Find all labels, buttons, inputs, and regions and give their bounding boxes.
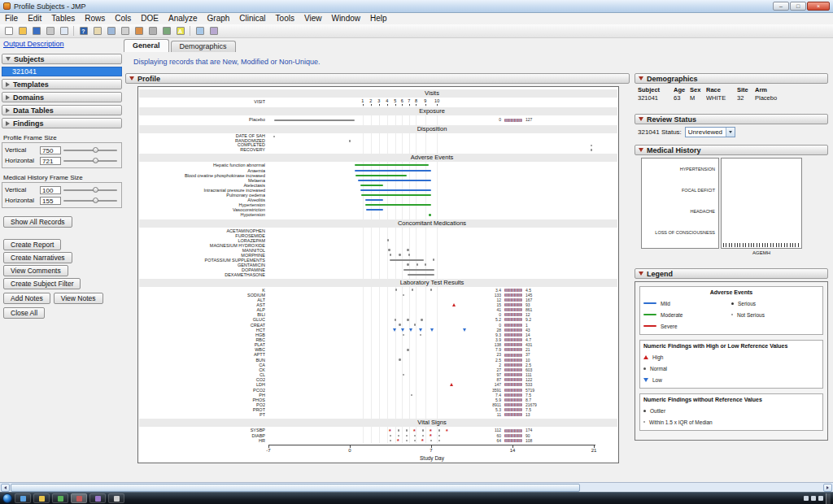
menu-clinical[interactable]: Clinical [234,13,270,24]
low-value-marker[interactable] [409,328,412,332]
slider-track[interactable] [63,200,117,202]
timeline-segment[interactable] [355,175,407,176]
profile-panel-header[interactable]: Profile [125,73,630,84]
data-point[interactable] [390,440,391,441]
data-point[interactable] [591,145,592,146]
medical-history-chart[interactable]: HYPERTENSIONFOCAL DEFICITHEADACHELOSS OF… [635,158,828,259]
grabber-icon[interactable] [91,25,103,37]
menu-graph[interactable]: Graph [203,13,235,24]
crosshair-icon[interactable] [160,25,172,37]
data-point[interactable] [407,319,408,320]
new-data-table-icon[interactable] [2,25,15,37]
slider-track[interactable] [63,160,117,162]
data-point[interactable] [429,214,430,215]
data-point[interactable] [349,140,351,141]
menu-window[interactable]: Window [326,13,365,24]
tray-volume-icon[interactable] [811,496,816,501]
outlier-marker[interactable]: * [430,433,432,439]
timeline-segment[interactable] [355,170,431,172]
minimize-button[interactable]: – [773,2,789,11]
slider-track[interactable] [63,189,117,191]
start-button[interactable] [2,493,12,503]
menu-tables[interactable]: Tables [46,13,80,24]
slider-track[interactable] [63,150,117,151]
sidebar-item-subjects[interactable]: Subjects [2,54,122,64]
tray-network-icon[interactable] [804,496,809,501]
output-description-link[interactable]: Output Description [3,40,64,48]
data-point[interactable] [399,358,400,360]
timeline-segment[interactable] [360,185,384,186]
collapse-triangle-icon[interactable] [639,272,643,276]
create-subject-filter-button[interactable]: Create Subject Filter [3,278,81,289]
data-point[interactable] [421,319,422,320]
data-point[interactable] [403,374,404,376]
magnifier-icon[interactable] [105,25,117,37]
timeline-segment[interactable] [360,189,431,191]
taskbar-app-5[interactable] [89,493,106,503]
brush-icon[interactable] [133,25,145,37]
menu-rows[interactable]: Rows [80,13,110,24]
annotate-icon[interactable]: A [174,25,186,37]
data-point[interactable] [414,435,416,437]
sidebar-item-domains[interactable]: Domains [2,92,122,102]
data-point[interactable] [395,319,396,320]
slider-thumb[interactable] [93,198,98,203]
data-point[interactable] [399,324,400,325]
save-icon[interactable] [30,25,42,37]
mh-frame-horizontal-input[interactable]: 155 [40,197,61,205]
data-point[interactable] [398,435,399,437]
taskbar-app-6[interactable] [108,493,124,503]
data-point[interactable] [430,289,432,290]
data-point[interactable] [407,263,408,265]
tab-general[interactable]: General [124,39,169,52]
data-point[interactable] [406,440,408,441]
data-point[interactable] [399,254,400,255]
slider-thumb[interactable] [93,187,98,193]
print-icon[interactable] [44,25,56,37]
timeline-segment[interactable] [390,259,425,261]
menu-help[interactable]: Help [365,13,392,24]
medical-history-panel-header[interactable]: Medical History [635,145,828,155]
show-all-records-button[interactable]: Show All Records [3,216,72,228]
data-point[interactable] [406,435,408,437]
data-point[interactable] [403,294,404,296]
data-point[interactable] [390,435,391,437]
review-status-panel-header[interactable]: Review Status [635,114,828,124]
menu-file[interactable]: File [0,13,23,24]
sidebar-item-findings[interactable]: Findings [2,118,122,128]
menu-analyze[interactable]: Analyze [164,13,203,24]
timeline-segment[interactable] [358,180,431,181]
low-value-marker[interactable] [393,328,396,332]
data-point[interactable] [430,440,432,441]
simple-shape-icon[interactable] [207,25,220,37]
outlier-marker[interactable]: * [389,428,391,434]
high-value-marker[interactable] [452,303,456,306]
menu-cols[interactable]: Cols [110,13,136,24]
tab-demographics[interactable]: Demographics [171,41,236,52]
data-point[interactable] [388,249,390,250]
data-point[interactable] [387,239,389,241]
data-point[interactable] [433,259,434,260]
low-value-marker[interactable] [401,328,404,332]
high-value-marker[interactable] [450,383,453,386]
collapse-triangle-icon[interactable] [639,76,643,80]
outlier-marker[interactable]: * [397,438,399,444]
sidebar-item-data-tables[interactable]: Data Tables [2,105,122,115]
subject-list-item[interactable]: 321041 [2,67,122,76]
taskbar-app-2[interactable] [33,493,50,503]
timeline-segment[interactable] [403,269,435,271]
slider-thumb[interactable] [93,147,98,153]
timeline-segment[interactable] [366,209,383,211]
view-comments-button[interactable]: View Comments [3,265,68,276]
lasso-icon[interactable] [146,25,159,37]
data-point[interactable] [390,254,391,255]
scrollbar-thumb[interactable] [11,484,580,492]
timeline-segment[interactable] [365,204,431,206]
profile-frame-horizontal-input[interactable]: 721 [40,157,61,165]
legend-panel-header[interactable]: Legend [635,268,828,279]
horizontal-scrollbar[interactable] [0,482,833,492]
show-desktop-button[interactable] [826,493,831,504]
timeline-segment[interactable] [408,274,434,276]
close-all-button[interactable]: Close All [3,307,45,319]
create-narratives-button[interactable]: Create Narratives [3,252,72,263]
